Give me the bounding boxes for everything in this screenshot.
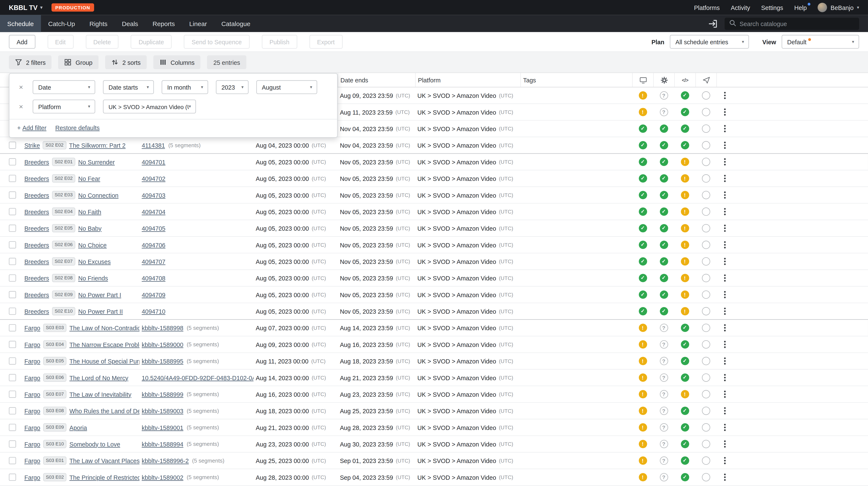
status-icon[interactable]: ✓ <box>681 423 689 431</box>
status-icon[interactable]: ! <box>639 324 647 332</box>
status-icon[interactable]: ! <box>681 224 689 232</box>
edit-button[interactable]: Edit <box>48 35 73 49</box>
header-platform-cell[interactable]: Platform <box>415 73 520 87</box>
status-icon[interactable]: ✓ <box>681 456 689 465</box>
status-icon[interactable]: ! <box>639 340 647 349</box>
series-link[interactable]: Breeders <box>24 175 49 182</box>
status-icon[interactable] <box>702 174 710 183</box>
status-icon[interactable] <box>702 407 710 415</box>
tab-linear[interactable]: Linear <box>182 15 214 32</box>
episode-title-link[interactable]: Aporia <box>69 424 87 431</box>
status-icon[interactable] <box>702 340 710 349</box>
asset-id-link[interactable]: kbbltv-1589002 <box>142 474 184 480</box>
status-icon[interactable]: ✓ <box>681 407 689 415</box>
status-icon[interactable]: ? <box>659 373 668 382</box>
episode-title-link[interactable]: The Principle of Restricted Cho <box>69 474 140 480</box>
status-icon[interactable] <box>702 207 710 216</box>
row-checkbox[interactable] <box>9 291 16 298</box>
status-icon[interactable] <box>702 257 710 266</box>
kebab-menu-icon[interactable] <box>724 261 725 262</box>
status-icon[interactable]: ✓ <box>681 108 689 116</box>
asset-id-link[interactable]: 4094707 <box>142 258 165 265</box>
kebab-menu-icon[interactable] <box>724 410 725 412</box>
series-link[interactable]: Strike <box>24 142 40 149</box>
status-icon[interactable]: ✓ <box>659 307 668 315</box>
kebab-menu-icon[interactable] <box>724 344 725 345</box>
series-link[interactable]: Fargo <box>24 391 40 397</box>
status-icon[interactable]: ! <box>639 473 647 481</box>
status-icon[interactable]: ! <box>639 373 647 382</box>
series-link[interactable]: Breeders <box>24 158 49 165</box>
asset-id-link[interactable]: 4094705 <box>142 225 165 231</box>
status-icon[interactable] <box>702 274 710 282</box>
status-icon[interactable]: ✓ <box>659 158 668 166</box>
series-link[interactable]: Fargo <box>24 374 40 381</box>
episode-title-link[interactable]: The House of Special Purpose <box>69 358 140 364</box>
series-link[interactable]: Fargo <box>24 358 40 364</box>
kebab-menu-icon[interactable] <box>724 161 725 163</box>
topbar-link-settings[interactable]: Settings <box>761 4 783 11</box>
row-checkbox[interactable] <box>9 225 16 232</box>
status-icon[interactable] <box>702 91 710 100</box>
series-link[interactable]: Breeders <box>24 208 49 215</box>
export-button[interactable]: Export <box>309 35 342 49</box>
episode-title-link[interactable]: Who Rules the Land of Denial? <box>69 408 140 414</box>
series-link[interactable]: Fargo <box>24 457 40 464</box>
asset-id-link[interactable]: 4094708 <box>142 275 165 281</box>
series-link[interactable]: Breeders <box>24 308 49 315</box>
status-icon[interactable]: ✓ <box>681 141 689 149</box>
asset-id-link[interactable]: 4094703 <box>142 192 165 198</box>
columns-button[interactable]: Columns <box>153 55 201 69</box>
status-icon[interactable]: ! <box>681 158 689 166</box>
status-icon[interactable]: ? <box>659 390 668 398</box>
brand-menu[interactable]: KBBL TV ▾ <box>9 4 42 11</box>
status-icon[interactable]: ! <box>639 108 647 116</box>
series-link[interactable]: Fargo <box>24 424 40 431</box>
asset-id-link[interactable]: kbbltv-1589000 <box>142 341 184 348</box>
status-icon[interactable]: ! <box>681 207 689 216</box>
asset-id-link[interactable]: 4094710 <box>142 308 165 315</box>
series-link[interactable]: Breeders <box>24 275 49 281</box>
asset-id-link[interactable]: 4094704 <box>142 208 165 215</box>
asset-id-link[interactable]: kbbltv-1588996-2 <box>142 457 189 464</box>
status-icon[interactable]: ? <box>659 91 668 100</box>
tab-rights[interactable]: Rights <box>82 15 115 32</box>
kebab-menu-icon[interactable] <box>724 111 725 113</box>
asset-id-link[interactable]: 4114381 <box>142 142 165 149</box>
remove-filter-button[interactable]: × <box>17 102 25 110</box>
status-icon[interactable]: ✓ <box>639 290 647 299</box>
status-icon[interactable] <box>702 191 710 199</box>
status-icon[interactable]: ? <box>659 324 668 332</box>
episode-title-link[interactable]: The Law of Inevitability <box>69 391 131 397</box>
episode-title-link[interactable]: The Narrow Escape Problem <box>69 341 140 348</box>
row-checkbox[interactable] <box>9 407 16 415</box>
status-icon[interactable]: ! <box>639 440 647 448</box>
status-icon[interactable]: ✓ <box>681 340 689 349</box>
episode-title-link[interactable]: The Lord of No Mercy <box>69 374 128 381</box>
user-menu[interactable]: BeBanjo ▾ <box>818 3 859 12</box>
episode-title-link[interactable]: No Fear <box>78 175 100 182</box>
status-icon[interactable]: ! <box>681 191 689 199</box>
kebab-menu-icon[interactable] <box>724 327 725 329</box>
asset-id-link[interactable]: kbbltv-1588998 <box>142 324 184 331</box>
tab-deals[interactable]: Deals <box>115 15 145 32</box>
episode-title-link[interactable]: No Excuses <box>78 258 111 265</box>
add-button[interactable]: Add <box>9 35 35 49</box>
status-icon[interactable]: ! <box>639 456 647 465</box>
status-icon[interactable]: ✓ <box>639 224 647 232</box>
status-icon[interactable]: ? <box>659 357 668 365</box>
row-checkbox[interactable] <box>9 457 16 464</box>
row-checkbox[interactable] <box>9 424 16 431</box>
status-icon[interactable]: ✓ <box>639 191 647 199</box>
status-icon[interactable]: ✓ <box>659 207 668 216</box>
delete-button[interactable]: Delete <box>86 35 119 49</box>
status-icon[interactable] <box>702 158 710 166</box>
asset-id-link[interactable]: kbbltv-1588999 <box>142 391 184 397</box>
episode-title-link[interactable]: The Silkworm: Part 2 <box>69 142 126 149</box>
episode-title-link[interactable]: No Choice <box>78 241 106 248</box>
episode-title-link[interactable]: The Law of Non-Contradiction <box>69 324 140 331</box>
series-link[interactable]: Fargo <box>24 408 40 414</box>
episode-title-link[interactable]: The Law of Vacant Places <box>69 457 140 464</box>
status-icon[interactable]: ! <box>639 357 647 365</box>
status-icon[interactable]: ✓ <box>659 224 668 232</box>
